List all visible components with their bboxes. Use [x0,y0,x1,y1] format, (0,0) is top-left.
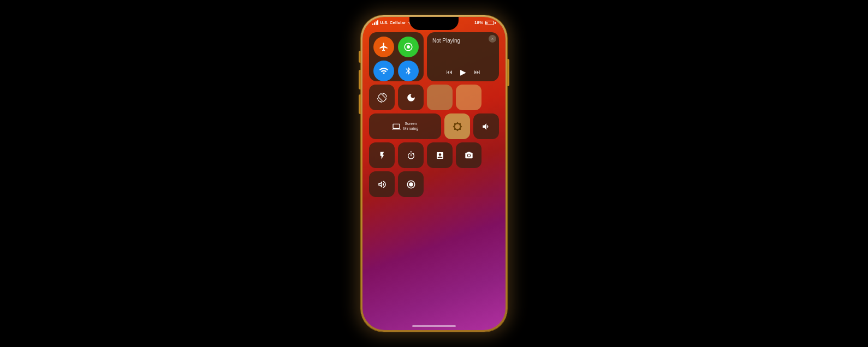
bar2 [374,22,375,25]
now-playing-widget[interactable]: × Not Playing ⏮ ▶ ⏭ [427,32,499,81]
calculator-icon [436,151,444,160]
screen-mirroring-icon [392,122,401,131]
now-playing-controls: ⏮ ▶ ⏭ [432,68,494,77]
bluetooth-icon [404,67,413,75]
phone-frame: U.S. Cellular 18% [361,15,507,332]
bar3 [376,21,377,25]
cellular-icon [403,42,413,52]
flashlight-tile[interactable] [369,142,395,168]
status-left: U.S. Cellular [372,20,413,25]
connectivity-block [369,32,424,81]
brightness-tile[interactable] [444,113,470,139]
flashlight-icon [378,151,387,160]
screen-mirroring-label: ScreenMirroring [403,122,419,131]
battery-tip [495,22,496,24]
signal-bars [372,20,378,25]
control-center: × Not Playing ⏮ ▶ ⏭ [369,32,499,197]
volume-up-button[interactable] [359,70,361,89]
fast-forward-button[interactable]: ⏭ [474,68,480,76]
battery-percent: 18% [474,20,483,25]
volume-down-button[interactable] [359,94,361,114]
wifi-icon [379,66,389,76]
orientation-lock-icon [377,93,387,103]
screen-mirroring-tile[interactable]: ScreenMirroring [369,113,441,139]
audio-visualizer-tile[interactable] [369,171,395,197]
cellular-toggle[interactable] [398,37,419,57]
audio-viz-icon [377,180,387,189]
camera-icon [465,151,473,160]
bar1 [372,23,373,25]
svg-point-1 [467,154,469,156]
brightness-icon [453,122,462,131]
tile-empty-1[interactable] [427,85,453,110]
bar4 [377,20,378,25]
bluetooth-toggle[interactable] [398,61,419,81]
cc-row4 [369,142,499,168]
tile-empty-2[interactable] [456,85,481,110]
cc-row2 [369,85,499,110]
moon-icon [406,93,416,103]
phone-screen: U.S. Cellular 18% [362,17,506,330]
notch [409,17,459,30]
home-indicator[interactable] [412,325,456,327]
calculator-tile[interactable] [427,142,453,168]
timer-tile[interactable] [398,142,424,168]
camera-tile[interactable] [456,142,481,168]
battery-icon [485,21,496,25]
screen-record-tile[interactable] [398,171,424,197]
orientation-lock-tile[interactable] [369,85,395,110]
rewind-button[interactable]: ⏮ [446,68,453,76]
volume-tile[interactable] [473,113,499,139]
now-playing-title: Not Playing [432,38,494,44]
timer-icon [407,151,415,160]
battery-body [485,21,494,25]
volume-icon [481,122,491,131]
play-button[interactable]: ▶ [460,68,466,77]
cc-row5 [369,171,499,197]
airplane-icon [379,42,389,52]
carrier-name: U.S. Cellular [380,20,406,25]
cc-grid: × Not Playing ⏮ ▶ ⏭ [369,32,499,197]
battery-fill [486,22,487,24]
cc-row1: × Not Playing ⏮ ▶ ⏭ [369,32,499,81]
svg-point-3 [409,182,413,187]
do-not-disturb-tile[interactable] [398,85,424,110]
silent-switch[interactable] [359,51,361,63]
status-right: 18% [474,20,496,25]
power-button[interactable] [507,59,509,86]
wifi-toggle[interactable] [373,61,394,81]
svg-point-0 [407,45,410,49]
record-icon [406,180,416,189]
cc-row3: ScreenMirroring [369,113,499,139]
airplane-mode-toggle[interactable] [373,37,394,57]
